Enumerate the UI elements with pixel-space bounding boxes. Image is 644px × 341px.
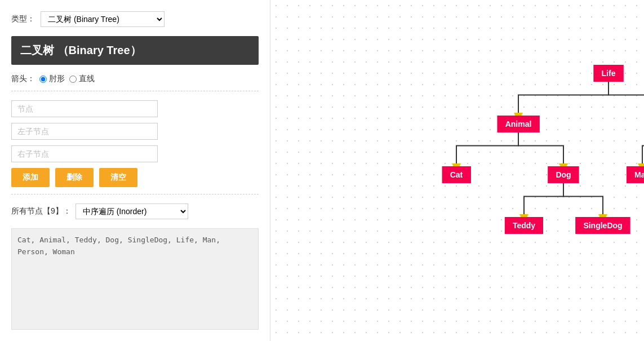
left-child-input[interactable] xyxy=(11,123,158,140)
delete-button[interactable]: 删除 xyxy=(55,168,94,187)
btn-row: 添加 删除 清空 xyxy=(11,168,259,187)
tree-node-man[interactable]: Man xyxy=(627,166,644,183)
tree-node-dog[interactable]: Dog xyxy=(548,166,579,183)
tree-node-animal[interactable]: Animal xyxy=(498,116,540,132)
right-child-input[interactable] xyxy=(11,145,158,162)
arrow-row: 箭头： 肘形 直线 xyxy=(11,74,259,91)
tree-node-teddy[interactable]: Teddy xyxy=(505,217,543,234)
type-select[interactable]: 二叉树 (Binary Tree) 完全二叉树 二叉搜索树 xyxy=(41,11,165,27)
traversal-result: Cat, Animal, Teddy, Dog, SingleDog, Life… xyxy=(11,228,259,330)
tree-node-singledog[interactable]: SingleDog xyxy=(575,217,630,234)
tree-node-cat[interactable]: Cat xyxy=(442,166,471,183)
left-panel: 类型： 二叉树 (Binary Tree) 完全二叉树 二叉搜索树 二叉树 （B… xyxy=(0,0,270,341)
elbow-label: 肘形 xyxy=(49,74,65,84)
right-panel: LifeAnimalPersonCatDogManWomanTeddySingl… xyxy=(270,0,644,341)
type-row: 类型： 二叉树 (Binary Tree) 完全二叉树 二叉搜索树 xyxy=(11,11,259,27)
straight-radio-option[interactable]: 直线 xyxy=(69,74,95,84)
straight-radio[interactable] xyxy=(69,76,77,83)
traversal-select[interactable]: 中序遍历 (Inorder) 前序遍历 (Preorder) 后序遍历 (Pos… xyxy=(75,203,188,219)
tree-node-life[interactable]: Life xyxy=(594,65,624,82)
section-title: 二叉树 （Binary Tree） xyxy=(11,36,259,65)
type-label: 类型： xyxy=(11,14,35,24)
arrow-label: 箭头： xyxy=(11,74,35,84)
elbow-radio[interactable] xyxy=(39,76,47,83)
traversal-row: 所有节点【9】： 中序遍历 (Inorder) 前序遍历 (Preorder) … xyxy=(11,203,259,219)
clear-button[interactable]: 清空 xyxy=(99,168,137,187)
traversal-label: 所有节点【9】： xyxy=(11,206,71,216)
elbow-radio-option[interactable]: 肘形 xyxy=(39,74,65,84)
straight-label: 直线 xyxy=(79,74,95,84)
node-input[interactable] xyxy=(11,100,158,117)
add-button[interactable]: 添加 xyxy=(11,168,50,187)
inputs-section: 添加 删除 清空 xyxy=(11,100,259,194)
